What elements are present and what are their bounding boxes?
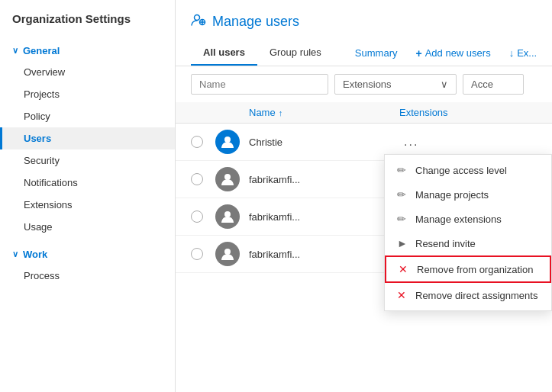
add-new-users-button[interactable]: + Add new users xyxy=(406,41,499,66)
x-icon: ✕ xyxy=(397,289,409,301)
avatar xyxy=(215,167,240,191)
sidebar-item-users[interactable]: Users xyxy=(0,127,175,149)
sidebar: Organization Settings ∨ General Overview… xyxy=(0,0,176,392)
table-row-wrap-christie: Christie ... ✏ Change access level ✏ Man… xyxy=(176,124,552,161)
avatar xyxy=(215,130,240,154)
context-menu-item-remove-org[interactable]: ✕ Remove from organization xyxy=(385,255,551,283)
row-checkbox[interactable] xyxy=(191,173,215,185)
avatar xyxy=(215,204,240,229)
svg-point-3 xyxy=(224,174,231,180)
svg-point-2 xyxy=(224,137,231,143)
manage-users-icon xyxy=(191,12,206,31)
page-title: Manage users xyxy=(212,14,299,30)
user-extensions: ... xyxy=(399,135,537,149)
context-menu-item-manage-projects[interactable]: ✏ Manage projects xyxy=(385,182,551,207)
sidebar-item-process[interactable]: Process xyxy=(0,265,175,287)
user-name: fabrikamfi... xyxy=(249,249,399,260)
header-name-col[interactable]: Name ↑ xyxy=(249,107,399,118)
table-header: Name ↑ Extensions xyxy=(176,102,552,124)
chevron-down-icon: ∨ xyxy=(441,79,448,90)
general-section: ∨ General Overview Projects Policy Users… xyxy=(0,37,175,241)
sort-asc-icon: ↑ xyxy=(279,108,283,117)
row-avatar xyxy=(215,130,249,154)
user-name: fabrikamfi... xyxy=(249,174,399,185)
users-table: Name ↑ Extensions xyxy=(176,102,552,392)
avatar xyxy=(215,242,240,266)
svg-point-5 xyxy=(224,249,231,255)
export-button[interactable]: ↓ Ex... xyxy=(500,41,547,65)
context-menu-item-manage-extensions[interactable]: ✏ Manage extensions xyxy=(385,207,551,231)
general-section-label: General xyxy=(23,45,60,56)
pencil-icon: ✏ xyxy=(397,164,409,176)
user-name: fabrikamfi... xyxy=(249,211,399,223)
row-checkbox[interactable] xyxy=(191,136,215,148)
radio-circle xyxy=(191,210,203,223)
pencil-icon: ✏ xyxy=(397,213,409,225)
tab-all-users[interactable]: All users xyxy=(191,40,257,66)
sidebar-item-overview[interactable]: Overview xyxy=(0,61,175,83)
context-menu-item-change-access[interactable]: ✏ Change access level xyxy=(385,158,551,182)
x-icon: ✕ xyxy=(399,263,411,275)
context-menu-item-resend-invite[interactable]: ► Resend invite xyxy=(385,231,551,255)
work-section-header[interactable]: ∨ Work xyxy=(0,244,175,265)
chevron-down-icon: ∨ xyxy=(12,249,18,259)
send-icon: ► xyxy=(397,237,409,249)
work-section-label: Work xyxy=(23,249,47,260)
user-name: Christie xyxy=(249,137,399,148)
context-menu-item-remove-direct[interactable]: ✕ Remove direct assignments xyxy=(385,283,551,307)
chevron-down-icon: ∨ xyxy=(12,46,18,56)
filters-row: Extensions ∨ Acce xyxy=(176,66,552,102)
sidebar-item-security[interactable]: Security xyxy=(0,149,175,172)
tab-group-rules[interactable]: Group rules xyxy=(257,40,334,66)
work-section: ∨ Work Process xyxy=(0,241,175,290)
plus-icon: + xyxy=(415,47,421,59)
header-extensions-col: Extensions xyxy=(399,107,537,118)
download-icon: ↓ xyxy=(509,47,515,59)
access-filter[interactable]: Acce xyxy=(463,74,524,95)
svg-point-4 xyxy=(224,211,231,217)
context-menu: ✏ Change access level ✏ Manage projects … xyxy=(384,154,552,311)
tabs-row: All users Group rules Summary + Add new … xyxy=(176,40,552,66)
name-filter-input[interactable] xyxy=(191,74,328,95)
row-avatar xyxy=(215,167,249,191)
page-header: Manage users xyxy=(176,12,552,40)
sidebar-item-notifications[interactable]: Notifications xyxy=(0,172,175,194)
tab-summary[interactable]: Summary xyxy=(346,41,407,65)
sidebar-item-usage[interactable]: Usage xyxy=(0,216,175,238)
radio-circle xyxy=(191,248,203,260)
row-checkbox[interactable] xyxy=(191,248,215,260)
app-title: Organization Settings xyxy=(0,12,175,37)
pencil-icon: ✏ xyxy=(397,188,409,201)
row-avatar xyxy=(215,242,249,266)
row-menu-trigger[interactable]: ... xyxy=(399,133,423,149)
row-checkbox[interactable] xyxy=(191,210,215,223)
row-avatar xyxy=(215,204,249,229)
svg-point-0 xyxy=(195,15,200,21)
radio-circle xyxy=(191,136,203,148)
sidebar-item-policy[interactable]: Policy xyxy=(0,105,175,127)
general-section-header[interactable]: ∨ General xyxy=(0,40,175,61)
main-content: Manage users All users Group rules Summa… xyxy=(176,0,552,392)
radio-circle xyxy=(191,173,203,185)
extensions-filter[interactable]: Extensions ∨ xyxy=(334,74,457,95)
sidebar-item-projects[interactable]: Projects xyxy=(0,83,175,105)
sidebar-item-extensions[interactable]: Extensions xyxy=(0,194,175,216)
